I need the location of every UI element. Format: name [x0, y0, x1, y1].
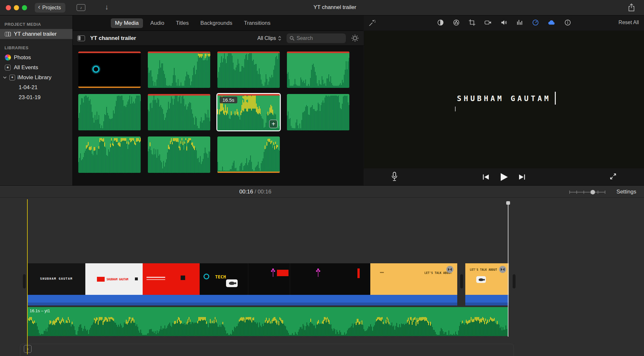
clip-boundary — [290, 263, 290, 295]
color-correction-icon[interactable] — [452, 19, 460, 28]
minimize-window-button[interactable] — [14, 5, 19, 10]
browser-title: YT channel trailer — [90, 35, 136, 42]
sidebar-item-event-1[interactable]: 1-04-21 — [0, 82, 72, 92]
timeline-clip-title-dark[interactable]: SHUBHAM GAUTAM — [27, 263, 85, 295]
timeline-clip-title-white[interactable]: SHUBHAM GAUTAM — [85, 263, 143, 295]
tab-backgrounds[interactable]: Backgrounds — [196, 18, 236, 28]
volume-icon[interactable] — [500, 19, 508, 28]
media-clip-thumbnail-logo[interactable] — [78, 52, 141, 88]
trim-handle[interactable] — [23, 274, 26, 288]
channel-logo-icon — [92, 66, 99, 73]
waveform-graphic — [287, 94, 349, 130]
speech-bubble — [226, 279, 238, 287]
search-box[interactable] — [287, 33, 346, 43]
sidebar-item-label: Photos — [14, 54, 31, 61]
media-clip-thumbnail-audio[interactable] — [78, 94, 141, 130]
cloud-icon[interactable] — [547, 19, 556, 28]
zoom-window-button[interactable] — [22, 5, 27, 10]
trim-handle[interactable] — [513, 274, 516, 288]
audio-clip[interactable]: 16.1s – yt1 — [27, 307, 508, 336]
music-note-icon[interactable]: ♪ — [24, 345, 32, 353]
speed-icon[interactable] — [532, 19, 539, 28]
sidebar-item-imovie-library[interactable]: ✦ iMovie Library — [0, 72, 72, 82]
flower-icon — [270, 268, 276, 277]
project-label: YT channel trailer — [14, 31, 57, 37]
red-bar-graphic — [357, 268, 360, 278]
search-input[interactable] — [297, 35, 339, 41]
info-icon[interactable] — [564, 19, 572, 28]
back-to-projects-button[interactable]: ‹ Projects — [35, 3, 65, 13]
skip-forward-icon[interactable] — [518, 173, 526, 182]
waveform-graphic — [287, 52, 349, 88]
chevron-down-icon[interactable] — [3, 76, 7, 79]
noise-reduction-eq-icon[interactable] — [516, 19, 524, 28]
reset-all-button[interactable]: Reset All — [619, 20, 639, 25]
media-clip-thumbnail-audio[interactable] — [287, 94, 349, 130]
media-browser-icon[interactable]: ♪ — [77, 4, 85, 11]
clip-text: SHUBHAM GAUTAM — [107, 278, 128, 281]
timeline-clip-black[interactable]: TECH — [200, 263, 370, 295]
tab-transitions[interactable]: Transitions — [240, 18, 275, 28]
gear-icon[interactable] — [351, 34, 359, 42]
filmstrip-icon — [5, 32, 11, 36]
clip-text: LET'S TALK ABOUT — [470, 268, 497, 271]
skip-back-icon[interactable] — [482, 173, 490, 182]
crop-icon[interactable] — [468, 19, 476, 28]
sidebar-item-all-events[interactable]: ★ All Events — [0, 62, 72, 72]
fullscreen-icon[interactable] — [609, 173, 617, 182]
media-clip-thumbnail-audio[interactable] — [217, 52, 280, 88]
chevron-left-icon: ‹ — [38, 3, 40, 11]
media-clip-thumbnail-audio[interactable] — [217, 136, 280, 173]
sidebar-toggle-icon[interactable] — [77, 35, 85, 41]
media-clip-thumbnail-audio[interactable] — [287, 52, 349, 88]
preview-canvas[interactable]: SHUBHAM GAUTAM — [364, 31, 644, 168]
sidebar-item-label: All Events — [14, 64, 38, 71]
title-tick-mark — [455, 107, 456, 111]
timeline-clip-red[interactable] — [143, 263, 200, 295]
close-window-button[interactable] — [6, 5, 11, 10]
media-clips-grid: 16.5s+ — [73, 46, 364, 185]
stabilization-camera-icon[interactable] — [484, 19, 492, 28]
tab-my-media[interactable]: My Media — [111, 18, 143, 28]
sidebar-item-event-2[interactable]: 23-01-19 — [0, 92, 72, 102]
sidebar-item-project[interactable]: YT channel trailer — [0, 29, 72, 39]
play-button-icon[interactable] — [499, 172, 509, 183]
transition-badge[interactable] — [499, 266, 506, 273]
thumb-top-stripe — [78, 52, 141, 53]
media-clip-thumbnail-audio[interactable] — [148, 136, 210, 173]
zoom-slider-thumb[interactable] — [591, 190, 595, 194]
tech-label: TECH — [215, 274, 226, 279]
filter-label: All Clips — [257, 35, 276, 41]
title-cursor-line — [555, 92, 556, 105]
tab-audio[interactable]: Audio — [146, 18, 168, 28]
timeline-clip-orange-1[interactable]: LET'S TALK ABOUT — [370, 263, 457, 295]
trim-handle[interactable] — [460, 274, 463, 288]
playhead[interactable] — [27, 199, 28, 354]
media-clip-thumbnail-audio[interactable]: 16.5s+ — [217, 94, 280, 130]
settings-button[interactable]: Settings — [617, 189, 636, 195]
skimmer-line[interactable] — [508, 203, 508, 337]
connected-clip-bar[interactable] — [465, 295, 509, 305]
thumb-record-stripe — [217, 52, 280, 53]
time-separator: / — [255, 189, 256, 195]
viewer: Reset All SHUBHAM GAUTAM — [364, 15, 644, 185]
magic-wand-icon[interactable] — [368, 19, 376, 28]
share-icon[interactable] — [628, 3, 635, 13]
timeline-zoom-slider[interactable] — [569, 192, 605, 192]
sidebar-item-photos[interactable]: Photos — [0, 52, 72, 62]
back-button-label: Projects — [42, 5, 61, 11]
import-media-icon[interactable]: ↓ — [105, 3, 109, 11]
voiceover-mic-icon[interactable] — [391, 172, 398, 183]
add-clip-button[interactable]: + — [269, 120, 278, 128]
clip-filter-dropdown[interactable]: All Clips — [257, 35, 281, 41]
transition-badge[interactable] — [446, 266, 453, 273]
color-balance-icon[interactable] — [437, 19, 444, 28]
media-clip-thumbnail-audio[interactable] — [148, 52, 210, 88]
tab-titles[interactable]: Titles — [172, 18, 193, 28]
connected-clip-bar[interactable] — [27, 295, 457, 305]
media-clip-thumbnail-audio[interactable] — [148, 94, 210, 130]
small-text-smudge — [380, 272, 384, 273]
media-clip-thumbnail-audio[interactable] — [78, 136, 141, 173]
waveform-graphic — [217, 136, 280, 173]
timeline[interactable]: SHUBHAM GAUTAM SHUBHAM GAUTAM TECH LET'S… — [0, 198, 644, 356]
